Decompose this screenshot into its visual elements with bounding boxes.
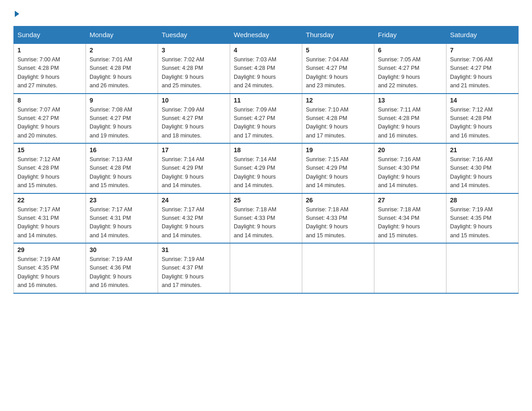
calendar-cell: 24Sunrise: 7:17 AMSunset: 4:32 PMDayligh… [158,193,230,244]
weekday-header-saturday: Saturday [446,26,519,44]
calendar-table: SundayMondayTuesdayWednesdayThursdayFrid… [13,26,519,294]
calendar-cell: 13Sunrise: 7:11 AMSunset: 4:28 PMDayligh… [374,94,446,144]
weekday-header-friday: Friday [374,26,446,44]
calendar-cell: 6Sunrise: 7:05 AMSunset: 4:27 PMDaylight… [374,43,446,94]
calendar-cell: 30Sunrise: 7:19 AMSunset: 4:36 PMDayligh… [86,243,158,293]
calendar-cell: 9Sunrise: 7:08 AMSunset: 4:27 PMDaylight… [86,94,158,144]
calendar-cell [446,243,519,293]
calendar-cell [230,243,302,293]
day-number: 27 [378,197,442,204]
calendar-cell: 20Sunrise: 7:16 AMSunset: 4:30 PMDayligh… [374,143,446,193]
day-number: 3 [162,47,226,54]
day-number: 4 [234,47,298,54]
day-info: Sunrise: 7:12 AMSunset: 4:28 PMDaylight:… [17,155,82,190]
day-number: 18 [234,146,298,154]
day-info: Sunrise: 7:18 AMSunset: 4:33 PMDaylight:… [234,206,298,240]
calendar-week-2: 8Sunrise: 7:07 AMSunset: 4:27 PMDaylight… [14,94,519,144]
calendar-cell: 25Sunrise: 7:18 AMSunset: 4:33 PMDayligh… [230,193,302,244]
day-number: 12 [306,97,370,104]
calendar-cell: 14Sunrise: 7:12 AMSunset: 4:28 PMDayligh… [446,94,519,144]
day-number: 31 [162,246,226,253]
calendar-week-3: 15Sunrise: 7:12 AMSunset: 4:28 PMDayligh… [14,143,519,193]
weekday-header-tuesday: Tuesday [158,26,230,44]
day-info: Sunrise: 7:19 AMSunset: 4:36 PMDaylight:… [90,255,154,290]
day-info: Sunrise: 7:12 AMSunset: 4:28 PMDaylight:… [450,106,515,141]
calendar-week-5: 29Sunrise: 7:19 AMSunset: 4:35 PMDayligh… [14,243,519,293]
day-info: Sunrise: 7:14 AMSunset: 4:29 PMDaylight:… [234,155,298,190]
day-info: Sunrise: 7:16 AMSunset: 4:30 PMDaylight:… [450,155,515,190]
day-number: 20 [378,146,442,154]
weekday-header-row: SundayMondayTuesdayWednesdayThursdayFrid… [14,26,519,44]
day-number: 24 [162,197,226,204]
day-info: Sunrise: 7:14 AMSunset: 4:29 PMDaylight:… [162,155,226,190]
day-info: Sunrise: 7:15 AMSunset: 4:29 PMDaylight:… [306,155,370,190]
day-info: Sunrise: 7:07 AMSunset: 4:27 PMDaylight:… [17,106,82,141]
calendar-cell: 8Sunrise: 7:07 AMSunset: 4:27 PMDaylight… [14,94,86,144]
weekday-header-thursday: Thursday [302,26,374,44]
day-number: 15 [17,146,82,154]
day-number: 23 [90,197,154,204]
calendar-cell: 19Sunrise: 7:15 AMSunset: 4:29 PMDayligh… [302,143,374,193]
day-info: Sunrise: 7:10 AMSunset: 4:28 PMDaylight:… [306,106,370,141]
calendar-cell [302,243,374,293]
day-info: Sunrise: 7:17 AMSunset: 4:31 PMDaylight:… [90,206,154,240]
day-number: 30 [90,246,154,253]
calendar-cell: 12Sunrise: 7:10 AMSunset: 4:28 PMDayligh… [302,94,374,144]
calendar-cell: 17Sunrise: 7:14 AMSunset: 4:29 PMDayligh… [158,143,230,193]
logo-arrow-icon [15,11,19,17]
day-info: Sunrise: 7:17 AMSunset: 4:31 PMDaylight:… [17,206,82,240]
calendar-cell: 11Sunrise: 7:09 AMSunset: 4:27 PMDayligh… [230,94,302,144]
day-number: 28 [450,197,515,204]
day-info: Sunrise: 7:16 AMSunset: 4:30 PMDaylight:… [378,155,442,190]
calendar-week-1: 1Sunrise: 7:00 AMSunset: 4:28 PMDaylight… [14,43,519,94]
weekday-header-wednesday: Wednesday [230,26,302,44]
day-info: Sunrise: 7:18 AMSunset: 4:34 PMDaylight:… [378,206,442,240]
day-info: Sunrise: 7:02 AMSunset: 4:28 PMDaylight:… [162,56,226,90]
calendar-cell: 5Sunrise: 7:04 AMSunset: 4:27 PMDaylight… [302,43,374,94]
weekday-header-sunday: Sunday [14,26,86,44]
calendar-cell: 27Sunrise: 7:18 AMSunset: 4:34 PMDayligh… [374,193,446,244]
day-info: Sunrise: 7:17 AMSunset: 4:32 PMDaylight:… [162,206,226,240]
day-number: 8 [17,97,82,104]
calendar-cell: 22Sunrise: 7:17 AMSunset: 4:31 PMDayligh… [14,193,86,244]
calendar-cell: 1Sunrise: 7:00 AMSunset: 4:28 PMDaylight… [14,43,86,94]
calendar-cell: 15Sunrise: 7:12 AMSunset: 4:28 PMDayligh… [14,143,86,193]
day-number: 25 [234,197,298,204]
calendar-cell: 16Sunrise: 7:13 AMSunset: 4:28 PMDayligh… [86,143,158,193]
day-info: Sunrise: 7:09 AMSunset: 4:27 PMDaylight:… [162,106,226,141]
day-info: Sunrise: 7:03 AMSunset: 4:28 PMDaylight:… [234,56,298,90]
day-info: Sunrise: 7:13 AMSunset: 4:28 PMDaylight:… [90,155,154,190]
day-number: 7 [450,47,515,54]
page-header [13,9,519,17]
calendar-cell [374,243,446,293]
day-number: 16 [90,146,154,154]
calendar-week-4: 22Sunrise: 7:17 AMSunset: 4:31 PMDayligh… [14,193,519,244]
calendar-cell: 23Sunrise: 7:17 AMSunset: 4:31 PMDayligh… [86,193,158,244]
logo [13,9,19,17]
day-number: 29 [17,246,82,253]
weekday-header-monday: Monday [86,26,158,44]
day-number: 1 [17,47,82,54]
day-number: 26 [306,197,370,204]
calendar-cell: 29Sunrise: 7:19 AMSunset: 4:35 PMDayligh… [14,243,86,293]
day-number: 19 [306,146,370,154]
day-number: 21 [450,146,515,154]
day-number: 17 [162,146,226,154]
day-info: Sunrise: 7:09 AMSunset: 4:27 PMDaylight:… [234,106,298,141]
day-info: Sunrise: 7:00 AMSunset: 4:28 PMDaylight:… [17,56,82,90]
calendar-cell: 26Sunrise: 7:18 AMSunset: 4:33 PMDayligh… [302,193,374,244]
calendar-cell: 31Sunrise: 7:19 AMSunset: 4:37 PMDayligh… [158,243,230,293]
day-number: 22 [17,197,82,204]
day-number: 14 [450,97,515,104]
calendar-cell: 3Sunrise: 7:02 AMSunset: 4:28 PMDaylight… [158,43,230,94]
calendar-cell: 4Sunrise: 7:03 AMSunset: 4:28 PMDaylight… [230,43,302,94]
calendar-cell: 2Sunrise: 7:01 AMSunset: 4:28 PMDaylight… [86,43,158,94]
day-number: 2 [90,47,154,54]
day-info: Sunrise: 7:05 AMSunset: 4:27 PMDaylight:… [378,56,442,90]
calendar-cell: 7Sunrise: 7:06 AMSunset: 4:27 PMDaylight… [446,43,519,94]
day-info: Sunrise: 7:06 AMSunset: 4:27 PMDaylight:… [450,56,515,90]
calendar-cell: 10Sunrise: 7:09 AMSunset: 4:27 PMDayligh… [158,94,230,144]
calendar-cell: 28Sunrise: 7:19 AMSunset: 4:35 PMDayligh… [446,193,519,244]
day-number: 10 [162,97,226,104]
day-info: Sunrise: 7:01 AMSunset: 4:28 PMDaylight:… [90,56,154,90]
